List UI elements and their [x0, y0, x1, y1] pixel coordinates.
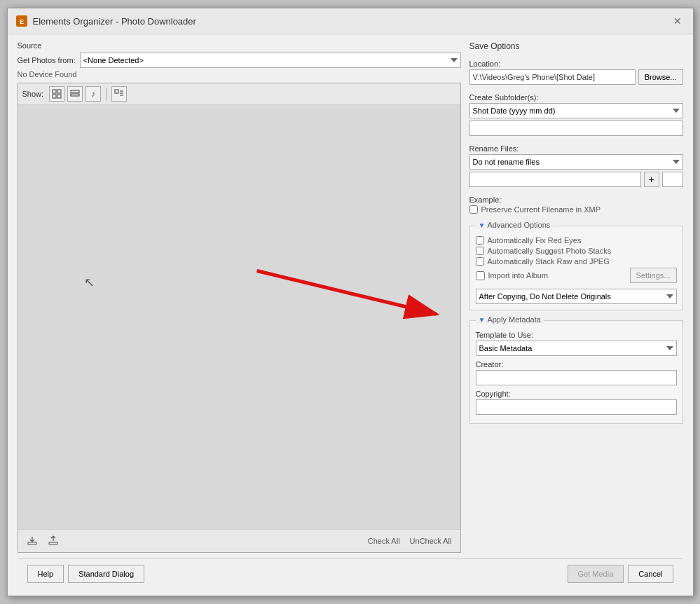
grid-view-button[interactable] — [49, 86, 64, 102]
right-panel: Save Options Location: Browse... Create … — [469, 41, 683, 553]
import-album-checkbox[interactable] — [476, 271, 485, 280]
help-button[interactable]: Help — [27, 565, 64, 583]
rename-label: Rename Files: — [469, 144, 683, 153]
location-group: Location: Browse... — [469, 60, 683, 88]
preview-area: Show: — [18, 83, 461, 553]
preserve-checkbox[interactable] — [469, 205, 478, 214]
apply-metadata-content: Template to Use: Basic Metadata Creator:… — [476, 331, 677, 418]
fix-red-eyes-checkbox[interactable] — [476, 236, 484, 245]
get-media-button[interactable]: Get Media — [568, 565, 624, 583]
import-album-left: Import into Album — [476, 271, 549, 280]
svg-rect-6 — [71, 90, 79, 92]
template-dropdown[interactable]: Basic Metadata — [476, 341, 677, 356]
dialog-footer: Help Standard Dialog Get Media Cancel — [18, 558, 683, 589]
toolbar-separator — [106, 88, 107, 100]
import-icon-btn[interactable] — [24, 534, 41, 548]
import-album-label: Import into Album — [488, 271, 549, 280]
main-dialog: E Elements Organizer - Photo Downloader … — [7, 8, 694, 596]
get-photos-label: Get Photos from: — [18, 56, 76, 64]
svg-rect-5 — [57, 95, 61, 98]
source-row: Get Photos from: <None Detected> — [18, 53, 461, 68]
svg-rect-8 — [115, 90, 118, 93]
svg-rect-12 — [28, 542, 36, 544]
dialog-title: Elements Organizer - Photo Downloader — [33, 16, 196, 27]
check-all-button[interactable]: Check All — [365, 535, 403, 547]
svg-rect-2 — [53, 90, 56, 93]
subfolders-group: Create Subfolder(s): Shot Date (yyyy mm … — [469, 93, 683, 139]
number-input[interactable] — [662, 172, 683, 187]
metadata-arrow-icon: ▼ — [479, 316, 486, 324]
preview-wrapper: Show: — [18, 83, 461, 553]
cursor-indicator: ↖ — [84, 275, 95, 290]
preserve-label: Preserve Current Filename in XMP — [481, 205, 601, 214]
subfolder-dropdown[interactable]: Shot Date (yyyy mm dd) — [469, 103, 683, 118]
rename-group: Rename Files: Do not rename files + — [469, 144, 683, 190]
fix-red-eyes-row: Automatically Fix Red Eyes — [476, 236, 677, 245]
rename-text-input[interactable] — [469, 172, 641, 187]
location-label: Location: — [469, 60, 683, 68]
apply-metadata-title: ▼ Apply Metadata — [476, 315, 544, 324]
stack-raw-checkbox[interactable] — [476, 257, 484, 266]
advanced-options-content: Automatically Fix Red Eyes Automatically… — [476, 236, 677, 304]
cancel-button[interactable]: Cancel — [628, 565, 673, 583]
advanced-options-title: ▼ Advanced Options — [476, 221, 554, 229]
stack-raw-row: Automatically Stack Raw and JPEG — [476, 257, 677, 266]
no-device-text: No Device Found — [18, 70, 461, 78]
subfolder-text-input[interactable] — [469, 121, 683, 136]
close-button[interactable]: ✕ — [671, 14, 685, 28]
location-row: Browse... — [469, 69, 683, 85]
rename-dropdown[interactable]: Do not rename files — [469, 154, 683, 170]
save-options-title: Save Options — [469, 41, 683, 51]
expand-button[interactable] — [111, 86, 127, 102]
copyright-input[interactable] — [476, 399, 677, 415]
audio-button[interactable]: ♪ — [85, 86, 101, 102]
source-section-label: Source — [18, 41, 461, 50]
apply-metadata-group: ▼ Apply Metadata Template to Use: Basic … — [469, 320, 683, 424]
subfolders-label: Create Subfolder(s): — [469, 93, 683, 102]
example-group: Example: Preserve Current Filename in XM… — [469, 195, 683, 216]
suggest-stacks-checkbox[interactable] — [476, 247, 484, 255]
app-icon: E — [16, 15, 27, 27]
bottom-toolbar: Check All UnCheck All — [18, 529, 460, 552]
list-view-button[interactable] — [67, 86, 83, 102]
dialog-body: Source Get Photos from: <None Detected> … — [8, 34, 693, 596]
after-copy-dropdown[interactable]: After Copying, Do Not Delete Originals — [476, 289, 677, 304]
preview-toolbar: Show: — [18, 83, 460, 105]
rename-row: + — [469, 172, 683, 187]
example-label: Example: — [469, 195, 683, 204]
svg-text:E: E — [19, 18, 23, 25]
location-input[interactable] — [469, 69, 636, 85]
browse-button[interactable]: Browse... — [638, 69, 683, 85]
advanced-arrow-icon: ▼ — [479, 221, 486, 229]
fix-red-eyes-label: Automatically Fix Red Eyes — [488, 236, 582, 245]
settings-button[interactable]: Settings... — [630, 268, 677, 283]
uncheck-all-button[interactable]: UnCheck All — [407, 535, 455, 547]
title-bar-left: E Elements Organizer - Photo Downloader — [16, 15, 196, 27]
source-section: Source Get Photos from: <None Detected> … — [18, 41, 461, 78]
creator-input[interactable] — [476, 370, 677, 385]
stack-raw-label: Automatically Stack Raw and JPEG — [488, 257, 610, 266]
import-album-row: Import into Album Settings... — [476, 268, 677, 283]
template-label: Template to Use: — [476, 331, 677, 339]
show-label: Show: — [22, 90, 44, 98]
svg-rect-7 — [71, 94, 79, 96]
svg-rect-3 — [57, 90, 61, 93]
footer-left: Help Standard Dialog — [27, 565, 145, 583]
title-bar: E Elements Organizer - Photo Downloader … — [8, 8, 693, 34]
advanced-options-group: ▼ Advanced Options Automatically Fix Red… — [469, 226, 683, 310]
preview-content: ↖ — [18, 105, 460, 529]
left-panel: Source Get Photos from: <None Detected> … — [18, 41, 461, 553]
suggest-stacks-label: Automatically Suggest Photo Stacks — [488, 247, 612, 255]
standard-dialog-button[interactable]: Standard Dialog — [68, 565, 144, 583]
export-icon-btn[interactable] — [45, 534, 62, 548]
creator-label: Creator: — [476, 360, 677, 369]
svg-rect-13 — [49, 542, 57, 544]
main-content: Source Get Photos from: <None Detected> … — [18, 41, 683, 553]
preserve-row: Preserve Current Filename in XMP — [469, 205, 683, 214]
svg-rect-4 — [53, 95, 56, 98]
suggest-stacks-row: Automatically Suggest Photo Stacks — [476, 247, 677, 255]
footer-right: Get Media Cancel — [568, 565, 673, 583]
copyright-label: Copyright: — [476, 390, 677, 398]
plus-button[interactable]: + — [644, 172, 659, 187]
source-dropdown[interactable]: <None Detected> — [80, 53, 461, 68]
